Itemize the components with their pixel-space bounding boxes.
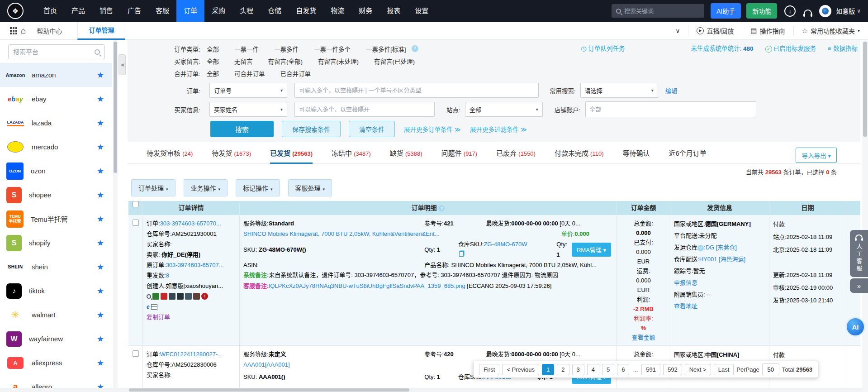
copy-icon[interactable] (459, 251, 464, 257)
tab-last-6-months[interactable]: 近6个月订单 (669, 144, 707, 164)
ship-warehouse-link[interactable]: :DG [东莞仓] (704, 244, 737, 251)
chevron-down-icon[interactable]: ∨ (857, 8, 861, 14)
tab-order-management[interactable]: 订单管理 (77, 22, 125, 40)
favorite-star-icon[interactable]: ★ (97, 214, 104, 224)
tab-pending-review[interactable]: 待发货审核 (24) (147, 144, 193, 164)
filters-collapse-chevron[interactable]: ∨ (667, 26, 688, 36)
copy-order-link[interactable]: 复制订单 (147, 314, 170, 320)
product-title-link[interactable]: AAA001[AAA001] (243, 359, 290, 370)
buyer-type-select[interactable]: 买家姓名▾ (209, 102, 287, 117)
buyer-name-input[interactable] (294, 102, 435, 117)
camera-icon[interactable] (169, 293, 175, 300)
avatar[interactable] (819, 5, 831, 17)
order-type-select[interactable]: 订单号▾ (209, 83, 287, 98)
filter-option[interactable]: 一票多件 (274, 44, 299, 53)
filter-option[interactable]: 一票一件多个 (314, 44, 351, 53)
download-icon[interactable]: ↓ (784, 5, 796, 17)
page-first-button[interactable]: First (479, 364, 499, 375)
page-number-button[interactable]: 2 (557, 364, 569, 375)
zoom-icon[interactable] (147, 294, 151, 299)
data-metrics-link[interactable]: ≡数据指标 (828, 43, 858, 53)
filter-option[interactable]: 全部 (207, 69, 219, 78)
platform-search-input[interactable] (13, 48, 90, 56)
sidebar-item-aliexpress[interactable]: A aliexpress ★ (0, 351, 112, 375)
apps-grid-icon[interactable] (10, 27, 12, 29)
favorite-star-icon[interactable]: ★ (97, 166, 104, 176)
page-number-button[interactable]: 5 (602, 364, 614, 375)
nav-item-logistics[interactable]: 物流 (323, 0, 351, 22)
tab-out-of-stock[interactable]: 缺货 (5388) (390, 144, 422, 164)
view-amount-link[interactable]: 查看金额 (631, 334, 655, 341)
tab-problem[interactable]: 问题件 (917) (441, 144, 478, 164)
order-queue-task-link[interactable]: ◷订单队列任务 (581, 43, 625, 53)
live-replay-link[interactable]: ▶直播/回放 (688, 26, 742, 36)
favorite-star-icon[interactable]: ★ (97, 142, 104, 152)
tab-awaiting-confirm[interactable]: 等待确认 (623, 144, 650, 164)
truck-icon[interactable] (185, 293, 192, 300)
nav-item-home[interactable]: 首页 (36, 0, 64, 22)
nav-item-product[interactable]: 产品 (64, 0, 92, 22)
filter-option[interactable]: 一票多件[标准] (366, 44, 406, 53)
declare-info-link[interactable]: 申报信息 (674, 279, 697, 286)
sidebar-item-shein[interactable]: SHEIN shein ★ (0, 255, 112, 279)
tab-frozen[interactable]: 冻结中 (3487) (332, 144, 371, 164)
sidebar-collapse-handle[interactable]: ◀ (119, 54, 126, 75)
edition-label[interactable]: 如意版 (836, 6, 855, 15)
package-icon[interactable] (177, 293, 184, 300)
tab-unpaid[interactable]: 付款未完成 (110) (555, 144, 604, 164)
brand-logo-icon[interactable]: ❖ (7, 3, 24, 19)
sidebar-scrollbar[interactable] (113, 40, 118, 392)
sidebar-item-mercado[interactable]: mercado ★ (0, 135, 112, 159)
filter-option[interactable]: 无留言 (234, 57, 253, 66)
ai-float-button[interactable]: AI (845, 317, 865, 337)
page-number-button[interactable]: 3 (572, 364, 584, 375)
invoice-icon[interactable] (152, 293, 159, 300)
common-search-select[interactable]: 请选择▾ (580, 83, 658, 98)
alert-icon[interactable]: ! (201, 293, 208, 300)
sidebar-item-temu[interactable]: TEMU半托管 Temu半托管 ★ (0, 207, 112, 231)
favorite-star-icon[interactable]: ★ (97, 310, 104, 320)
horizontal-scrollbar[interactable] (0, 388, 862, 392)
row-checkbox[interactable] (133, 350, 139, 357)
page-next-button[interactable]: Next > (685, 364, 711, 375)
business-ops-button[interactable]: 业务操作▾ (184, 179, 228, 196)
page-number-button[interactable]: 6 (617, 364, 629, 375)
favorite-star-icon[interactable]: ★ (97, 190, 104, 200)
shop-account-input[interactable] (585, 101, 756, 117)
page-prev-button[interactable]: < Previous (502, 364, 539, 375)
help-icon[interactable]: ? (697, 245, 704, 251)
order-number-input[interactable] (294, 83, 539, 98)
label-service-status[interactable]: ✓已启用标发服务 (765, 43, 816, 53)
expand-panel-button[interactable]: » (850, 278, 868, 293)
main-scrollbar[interactable] (862, 41, 868, 392)
nav-item-reports[interactable]: 报表 (379, 0, 408, 22)
label-icon[interactable] (161, 293, 167, 300)
sidebar-item-walmart[interactable]: ✳ walmart ★ (0, 303, 112, 327)
filter-option[interactable]: 有留言(已处理) (374, 57, 415, 66)
per-page-input[interactable] (762, 363, 779, 375)
select-all-checkbox[interactable] (133, 201, 139, 207)
tab-to-ship[interactable]: 待发货 (1673) (212, 144, 251, 164)
favorite-star-icon[interactable]: ★ (97, 70, 104, 80)
save-search-button[interactable]: 保存搜索条件 (282, 121, 341, 137)
global-search-input[interactable] (624, 8, 692, 14)
new-features-button[interactable]: 新功能 (746, 3, 777, 19)
warehouse-delivery-link[interactable]: HY001 [海邑海运] (699, 256, 746, 263)
favorite-star-icon[interactable]: ★ (97, 334, 104, 344)
page-number-button[interactable]: 1 (542, 364, 554, 375)
filter-option[interactable]: 已合并订单 (280, 69, 311, 78)
row-checkbox[interactable] (133, 220, 139, 226)
sidebar-item-ebay[interactable]: ebay ebay ★ (0, 87, 112, 111)
nav-item-warehouse[interactable]: 仓储 (261, 0, 289, 22)
tab-shipped[interactable]: 已发货 (29563) (270, 144, 313, 164)
cs-note-file-link[interactable]: lQLPKcXz0AJy78HNAq3NBU-wTuS8iUhBgFgIlSaS… (269, 282, 465, 289)
sidebar-item-wayfairnew[interactable]: W wayfairnew ★ (0, 327, 112, 351)
nav-item-orders[interactable]: 订单 (176, 0, 204, 22)
logistics-e-icon[interactable]: e (147, 301, 150, 312)
import-export-button[interactable]: 导入导出 ▾ (796, 148, 837, 163)
favorite-star-icon[interactable]: ★ (97, 262, 104, 272)
grid-doc-icon[interactable] (151, 304, 157, 310)
nav-item-ads[interactable]: 广告 (120, 0, 148, 22)
warehouse-sku-link[interactable]: ZG-48MO-670W (484, 241, 527, 248)
edit-link[interactable]: 编辑 (665, 86, 678, 95)
